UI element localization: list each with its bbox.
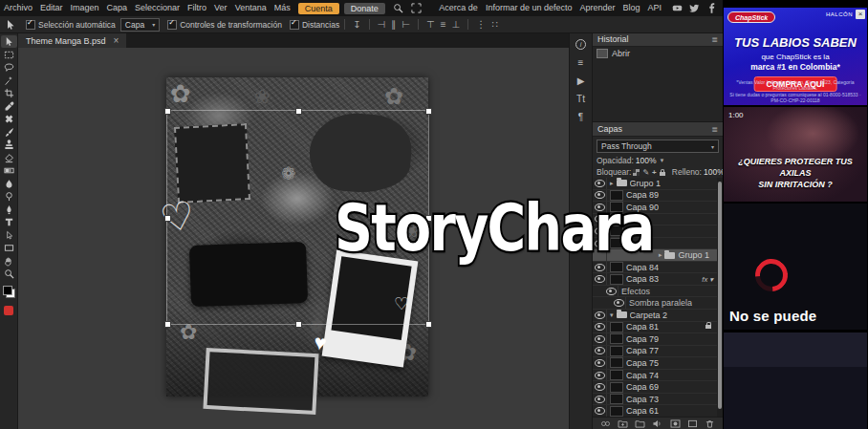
speaker-icon[interactable] (652, 418, 663, 428)
add-folder-icon[interactable] (617, 418, 628, 428)
fill-value[interactable]: 100% (704, 167, 725, 177)
import-image-icon[interactable]: ↧ (350, 16, 363, 32)
panel-menu-icon[interactable]: ≣ (711, 125, 718, 134)
layer-row-capa-75[interactable]: Capa 75 (593, 357, 717, 370)
visibility-toggle[interactable] (593, 214, 607, 225)
layer-row-capa-83[interactable]: Capa 83fx ▾ (593, 273, 717, 286)
link-icon[interactable] (599, 418, 611, 428)
donate-button[interactable]: Donate (344, 3, 385, 14)
distances-checkbox[interactable]: Distancias (290, 20, 339, 30)
eraser-tool[interactable] (1, 152, 17, 164)
character-icon[interactable]: Tt (576, 95, 585, 104)
chevron-down-icon[interactable]: ▼ (660, 158, 665, 163)
notification-badge-icon[interactable] (4, 306, 13, 315)
transform-controls-checkbox-box[interactable] (167, 20, 177, 30)
visibility-toggle[interactable] (593, 273, 607, 285)
transform-handle[interactable] (164, 215, 171, 222)
visibility-toggle[interactable] (593, 238, 607, 249)
gradient-tool[interactable] (1, 164, 17, 177)
tab-close-icon[interactable]: × (114, 36, 119, 46)
layer-group-row-grupo-1[interactable]: ▸Grupo 1 (593, 178, 717, 190)
path-select-tool[interactable] (1, 229, 17, 242)
visibility-toggle[interactable] (593, 178, 607, 189)
align-vcenter-icon[interactable]: ≡ (438, 16, 449, 32)
blend-mode-select[interactable]: Pass Through ▾ (597, 139, 719, 153)
menu-archivo[interactable]: Archivo (0, 0, 36, 16)
transform-handle[interactable] (295, 321, 302, 328)
history-panel-header[interactable]: Historial ≣ (593, 32, 723, 47)
auto-select-checkbox[interactable]: Selección automática (26, 20, 116, 30)
new-layer-icon[interactable] (687, 418, 699, 428)
expand-arrow-icon[interactable]: ▸ (610, 180, 614, 187)
clone-tool[interactable] (1, 139, 17, 151)
shape-tool[interactable] (1, 242, 17, 254)
ad-close-icon[interactable]: × (856, 10, 865, 19)
crop-tool[interactable] (1, 87, 17, 99)
visibility-toggle[interactable] (593, 357, 607, 369)
tab-theme-manga[interactable]: Theme Manga B.psd × (18, 33, 126, 48)
fx-badge[interactable]: fx ▾ (702, 275, 715, 284)
history-entry[interactable]: Abrir (593, 47, 723, 59)
layer-row-capa-84[interactable]: Capa 84 (593, 262, 717, 274)
lock-pixels-icon[interactable]: ✎ (642, 169, 649, 176)
auto-select-checkbox-box[interactable] (26, 20, 35, 30)
color-swatches[interactable] (3, 286, 15, 298)
menu-ventana[interactable]: Ventana (231, 0, 271, 16)
history-icon[interactable]: ≡ (578, 58, 584, 68)
info-icon[interactable]: i (575, 39, 586, 50)
zoom-tool[interactable] (1, 268, 17, 280)
transform-handle[interactable] (425, 108, 432, 115)
menu-api[interactable]: API (643, 0, 665, 16)
layer-row-sombra-paralela[interactable]: Sombra paralela (593, 297, 717, 310)
visibility-toggle[interactable] (593, 370, 607, 381)
menu-acerca-de[interactable]: Acerca de (435, 0, 482, 16)
eyedropper-tool[interactable] (1, 100, 17, 113)
layer-row-capa-90[interactable]: Capa 90 (593, 202, 717, 214)
lock-position-icon[interactable]: + (652, 169, 657, 176)
folder-icon[interactable] (635, 418, 646, 428)
target-select[interactable]: Capa ▾ (120, 18, 160, 32)
layer-row-capa-79[interactable]: Capa 79 (593, 333, 717, 346)
canvas-area[interactable]: ✿ ❀ ✿ ❁ ❀ ✿ ❁ ✿ ♥ ♡ ♥ ♡ (18, 48, 569, 429)
marquee-tool[interactable] (1, 49, 17, 61)
menu-aprender[interactable]: Aprender (575, 0, 618, 16)
actions-icon[interactable]: ▶ (577, 76, 585, 86)
visibility-toggle[interactable] (593, 262, 607, 273)
menu-ver[interactable]: Ver (210, 0, 231, 16)
expand-arrow-icon[interactable]: ▸ (659, 251, 662, 259)
distribute-v-icon[interactable]: ∷ (488, 16, 500, 32)
deodorant-ad[interactable]: 1:00 ¿QUIERES PROTEGER TUS AXILAS SIN IR… (724, 107, 867, 202)
layer-row[interactable] (593, 214, 717, 226)
delete-icon[interactable] (705, 418, 716, 428)
align-bottom-icon[interactable]: ⊥ (449, 16, 464, 32)
menu-imagen[interactable]: Imagen (67, 0, 103, 16)
transform-handle[interactable] (425, 215, 432, 222)
align-left-icon[interactable]: ⊣ (375, 16, 389, 32)
twitter-icon[interactable] (689, 3, 700, 13)
visibility-toggle[interactable] (593, 225, 607, 237)
text-tool[interactable] (1, 216, 17, 228)
layer-row-capa-61[interactable]: Capa 61 (593, 405, 717, 417)
visibility-toggle[interactable] (593, 202, 607, 213)
healing-tool[interactable] (1, 113, 17, 125)
blur-tool[interactable] (1, 178, 17, 190)
layer-group-row-carpeta-2[interactable]: ▾Carpeta 2 (593, 310, 717, 322)
layer-row-capa-89[interactable]: Capa 89 (593, 190, 717, 203)
expand-arrow-icon[interactable]: ▾ (610, 311, 614, 319)
layer-row-capa-74[interactable]: Capa 74 (593, 370, 717, 382)
foreground-color-swatch[interactable] (3, 286, 12, 295)
opacity-value[interactable]: 100% (636, 156, 657, 165)
visibility-toggle[interactable] (593, 405, 607, 417)
transform-handle[interactable] (295, 108, 302, 115)
visibility-toggle[interactable] (604, 286, 618, 297)
visibility-toggle[interactable] (612, 297, 626, 309)
distribute-h-icon[interactable]: ⋮ (473, 16, 488, 32)
visibility-toggle[interactable] (593, 381, 607, 393)
lasso-tool[interactable] (1, 61, 17, 74)
visibility-toggle[interactable] (593, 249, 607, 261)
menu-informar-de-un-defecto[interactable]: Informar de un defecto (482, 0, 576, 16)
chapstick-ad[interactable]: ChapStick × HALCÓN TUS LABIOS SABEN que … (724, 8, 867, 105)
scrollbar-thumb[interactable] (718, 182, 722, 409)
youtube-icon[interactable] (672, 3, 683, 13)
menu-capa[interactable]: Capa (103, 0, 132, 16)
